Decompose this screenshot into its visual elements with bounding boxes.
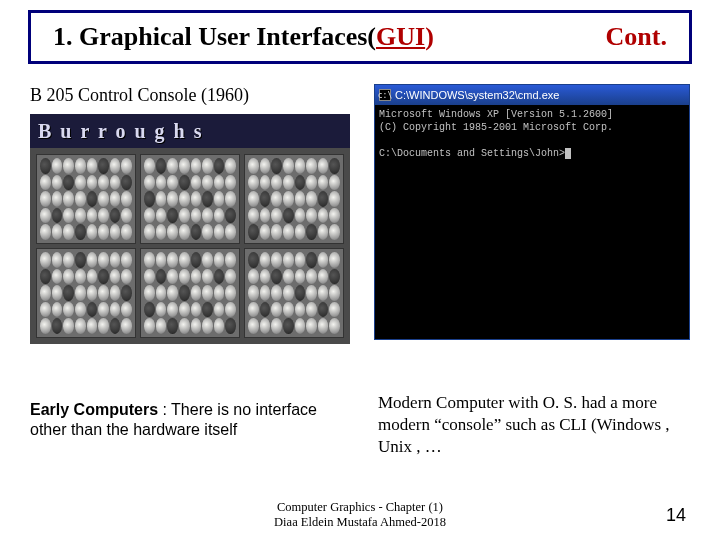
panel-light (248, 191, 259, 207)
cmd-title-path: C:\WINDOWS\system32\cmd.exe (395, 89, 559, 101)
panel-light (306, 224, 317, 240)
panel-light (191, 285, 202, 301)
panel-light (52, 252, 63, 268)
panel-light (214, 252, 225, 268)
panel-light (225, 285, 236, 301)
slide-title-box: 1. Graphical User Interfaces(GUI) Cont. (28, 10, 692, 64)
panel-light (329, 175, 340, 191)
panel-light (156, 318, 167, 334)
panel-light (295, 302, 306, 318)
panel-light (121, 318, 132, 334)
panel-light (167, 224, 178, 240)
panel-light (202, 158, 213, 174)
panel-light (63, 208, 74, 224)
panel-light (329, 285, 340, 301)
panel-light (40, 252, 51, 268)
title-main: Graphical User Interfaces( (79, 22, 376, 51)
panel-light (271, 302, 282, 318)
caption-right: Modern Computer with O. S. had a more mo… (378, 392, 698, 458)
panel-light (225, 175, 236, 191)
panel-light (121, 208, 132, 224)
panel-light (110, 302, 121, 318)
caption-left: Early Computers : There is no interface … (30, 400, 350, 440)
panel-light (179, 191, 190, 207)
panel-light (156, 269, 167, 285)
panel-light (63, 224, 74, 240)
panel-light (110, 285, 121, 301)
panel-light (52, 302, 63, 318)
panel-light (271, 175, 282, 191)
panel-light (295, 158, 306, 174)
panel-light (167, 191, 178, 207)
panel-light (98, 224, 109, 240)
panel-light (167, 208, 178, 224)
panel-light (98, 302, 109, 318)
panel-light (98, 252, 109, 268)
panel-light (75, 191, 86, 207)
panel-light (329, 269, 340, 285)
banner-text: B u r r o u g h s (38, 120, 204, 143)
panel-light (167, 175, 178, 191)
panel-light (283, 269, 294, 285)
panel-light (40, 269, 51, 285)
panel-light (202, 318, 213, 334)
panel-light (156, 175, 167, 191)
subtitle-left: B 205 Control Console (1960) (30, 85, 249, 106)
panel-light (191, 269, 202, 285)
panel-light (75, 302, 86, 318)
panel-light (110, 224, 121, 240)
cmd-line2: (C) Copyright 1985-2001 Microsoft Corp. (379, 122, 613, 133)
panel-light (63, 158, 74, 174)
panel-light (179, 252, 190, 268)
panel-light (121, 158, 132, 174)
panel-light (214, 224, 225, 240)
panel-light (52, 191, 63, 207)
panel-light (306, 302, 317, 318)
panel-light (98, 158, 109, 174)
cmd-titlebar: c:\ C:\WINDOWS\system32\cmd.exe (375, 85, 689, 105)
panel-light (110, 318, 121, 334)
panel-light (87, 208, 98, 224)
panel-light (121, 252, 132, 268)
panel-light (75, 318, 86, 334)
panel-light (225, 318, 236, 334)
panel-light (225, 252, 236, 268)
panel-light (214, 191, 225, 207)
panel-light (248, 158, 259, 174)
panel-light (156, 208, 167, 224)
panel-light (260, 208, 271, 224)
panel-light (87, 285, 98, 301)
console-panel (36, 248, 136, 338)
panel-light (75, 224, 86, 240)
panel-light (52, 285, 63, 301)
panel-light (179, 208, 190, 224)
panel-light (179, 269, 190, 285)
panel-light (329, 252, 340, 268)
slide-title: 1. Graphical User Interfaces(GUI) (53, 22, 434, 52)
panel-light (40, 302, 51, 318)
panel-light (202, 302, 213, 318)
panel-light (248, 302, 259, 318)
footer-line2: Diaa Eldein Mustafa Ahmed-2018 (0, 515, 720, 530)
panel-light (75, 285, 86, 301)
panel-light (260, 224, 271, 240)
panel-light (329, 191, 340, 207)
panel-light (248, 208, 259, 224)
panel-light (121, 269, 132, 285)
panel-light (225, 269, 236, 285)
cmd-line1: Microsoft Windows XP [Version 5.1.2600] (379, 109, 613, 120)
panel-light (52, 175, 63, 191)
panel-light (40, 191, 51, 207)
panel-light (40, 318, 51, 334)
panel-light (52, 269, 63, 285)
panel-light (63, 285, 74, 301)
panel-light (167, 252, 178, 268)
panel-light (318, 175, 329, 191)
panel-light (248, 269, 259, 285)
panel-light (110, 208, 121, 224)
panel-light (75, 208, 86, 224)
panel-light (121, 302, 132, 318)
panel-light (283, 285, 294, 301)
panel-light (248, 175, 259, 191)
panel-light (191, 175, 202, 191)
